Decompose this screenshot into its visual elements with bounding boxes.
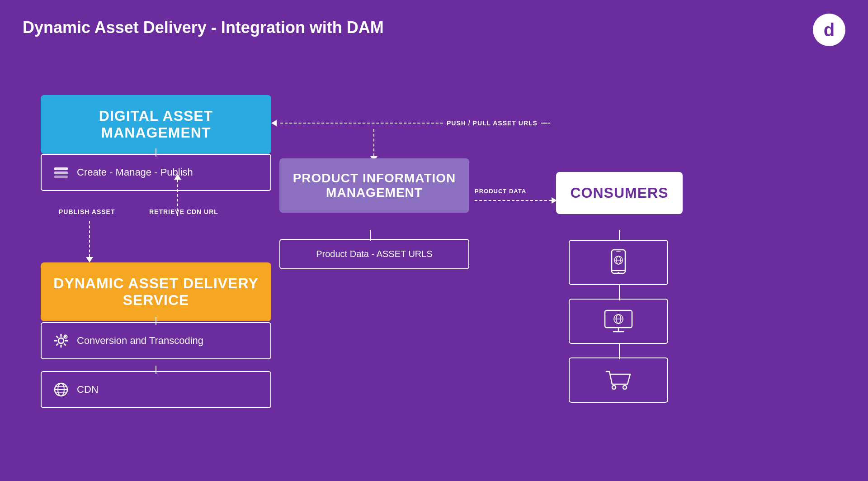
page-title: Dynamic Asset Delivery - Integration wit… (23, 18, 384, 37)
cdn-box: CDN (41, 371, 271, 408)
dads-title: DYNAMIC ASSET DELIVERY SERVICE (53, 275, 258, 308)
mobile-icon (607, 249, 630, 276)
dashed-h-product (475, 200, 552, 201)
product-data-text: Product Data - ASSET URLS (316, 249, 433, 259)
books-icon (52, 164, 70, 181)
svg-rect-0 (54, 167, 68, 170)
product-data-box: Product Data - ASSET URLS (279, 239, 469, 269)
dashed-line-publish (89, 221, 90, 257)
svg-rect-18 (612, 250, 625, 273)
desktop-icon (603, 309, 634, 334)
connector-consumers-dev1 (619, 230, 620, 241)
svg-line-9 (64, 343, 66, 345)
svg-rect-21 (616, 251, 621, 252)
arrow-down-publish (86, 257, 93, 262)
svg-rect-2 (54, 176, 68, 178)
connector-dev2-dev3 (619, 343, 620, 359)
logo: d (813, 14, 845, 46)
arrow-up-retrieve (174, 174, 181, 180)
dashed-h-push-pull (280, 123, 443, 124)
push-pull-connector: PUSH / PULL ASSET URLS (271, 119, 550, 127)
svg-point-31 (612, 386, 616, 389)
consumers-title: CONSUMERS (570, 185, 668, 201)
cdn-text: CDN (77, 384, 99, 395)
svg-line-11 (57, 343, 58, 345)
dashed-h-push-pull-2 (541, 123, 550, 124)
gear-icon (52, 332, 70, 349)
cart-icon (604, 368, 633, 393)
logo-letter: d (824, 20, 835, 40)
arrow-left-push-pull (271, 120, 277, 126)
product-data-connector: PRODUCT DATA (475, 188, 557, 204)
consumers-box: CONSUMERS (556, 172, 683, 214)
header: Dynamic Asset Delivery - Integration wit… (23, 18, 384, 37)
conversion-text: Conversion and Transcoding (77, 335, 203, 347)
svg-point-32 (623, 386, 627, 389)
pim-title: PRODUCT INFORMATION MANAGEMENT (293, 171, 456, 200)
dashed-v-pim (373, 129, 374, 156)
conversion-box: Conversion and Transcoding (41, 322, 271, 359)
product-data-arrow-row (475, 197, 557, 204)
svg-point-20 (618, 272, 619, 274)
globe-icon (52, 381, 70, 398)
product-data-label: PRODUCT DATA (475, 188, 526, 195)
svg-rect-1 (54, 171, 68, 174)
dam-title: DIGITAL ASSET MANAGEMENT (99, 108, 213, 141)
publish-asset-label: PUBLISH ASSET (59, 208, 115, 215)
pim-box: PRODUCT INFORMATION MANAGEMENT (279, 158, 469, 213)
retrieve-arrow (174, 174, 181, 216)
device-desktop-box (569, 299, 668, 344)
svg-line-8 (57, 336, 58, 338)
connector-dev1-dev2 (619, 284, 620, 300)
push-pull-label: PUSH / PULL ASSET URLS (447, 119, 538, 127)
device-cart-box (569, 357, 668, 403)
dashed-line-retrieve (177, 180, 178, 216)
pim-down-arrow (370, 129, 377, 162)
dam-box: DIGITAL ASSET MANAGEMENT (41, 95, 271, 154)
create-manage-box: Create - Manage - Publish (41, 154, 271, 191)
svg-point-3 (58, 338, 64, 343)
publish-arrow (86, 221, 93, 262)
retrieve-cdn-label: RETRIEVE CDN URL (149, 208, 218, 215)
dads-box: DYNAMIC ASSET DELIVERY SERVICE (41, 262, 271, 321)
device-mobile-box (569, 240, 668, 285)
